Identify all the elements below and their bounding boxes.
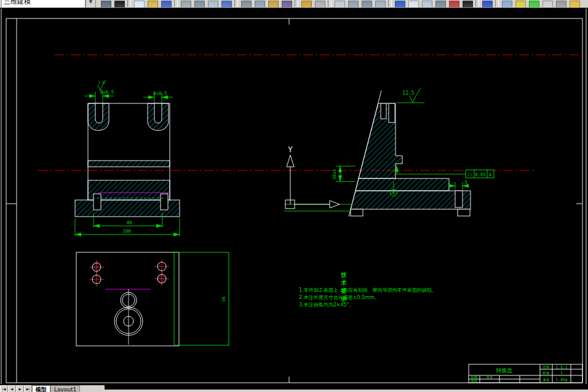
dimension-style-icon: [422, 1, 432, 8]
layer-properties-button[interactable]: [514, 0, 527, 7]
properties-icon: [570, 1, 580, 8]
roughness-left-label: 1.6: [98, 80, 105, 84]
plot-button[interactable]: [179, 0, 193, 7]
tab-model[interactable]: 模型: [32, 385, 50, 392]
open-file-icon: [148, 1, 158, 8]
table-button[interactable]: [407, 0, 420, 7]
base-plate-section: [351, 191, 471, 209]
dim-width-inner-label: 40: [126, 220, 132, 225]
copy-button[interactable]: [253, 0, 266, 7]
title-block[interactable]: 转换盘 比例 1.5:1 数量 1 重量 1.4kg 制图 某某 审核: [469, 364, 582, 383]
plot-icon: [181, 1, 191, 8]
clean-screen-icon: [114, 1, 125, 8]
tab-layout1[interactable]: Layout1: [50, 385, 80, 392]
pan-button[interactable]: [333, 0, 346, 7]
tab-nav-next-button[interactable]: ▶: [16, 385, 24, 392]
check-label: 审核: [471, 379, 479, 383]
tab-nav-prev-button[interactable]: ◀: [8, 385, 16, 392]
workspace-combo[interactable]: 三维建模: [1, 0, 85, 8]
toolbar-separator: [328, 0, 332, 7]
ucs-y-arrow: [287, 155, 294, 167]
paste-icon: [268, 1, 279, 8]
tab-nav-last-button[interactable]: ▶|: [24, 385, 32, 392]
zoom-realtime-icon: [348, 1, 359, 8]
front-view[interactable]: 8±0.5 8±0.5 1.6 40 100: [75, 80, 180, 236]
dim-slot-left-label: 8±0.5: [100, 89, 114, 95]
toolbar-separator: [388, 0, 392, 7]
color-control-icon: [529, 1, 539, 8]
toolbar-icons: [99, 0, 581, 8]
centerlines[interactable]: [38, 55, 582, 170]
dim-slot-depth-label: 5: [465, 180, 468, 185]
help-button[interactable]: [480, 0, 494, 7]
plan-view[interactable]: 56: [76, 252, 229, 346]
draw-name: 某某: [487, 375, 494, 379]
datum-label: A: [392, 190, 395, 196]
toolbar-separator: [495, 0, 499, 7]
pan-icon: [335, 1, 345, 8]
roughness-right-label: 12.5: [402, 90, 414, 96]
side-view[interactable]: // 0.05 A 12.5 16±1 5 A: [284, 88, 494, 217]
plate-slot: [455, 191, 463, 207]
publish-button[interactable]: [206, 0, 220, 7]
ucs-x-arrow: [330, 201, 340, 208]
save-button[interactable]: [159, 0, 173, 7]
new-file-button[interactable]: [132, 0, 146, 7]
sheet-set-button[interactable]: [434, 0, 447, 7]
tolerance-value: 0.05: [475, 172, 486, 177]
cad-canvas[interactable]: 8±0.5 8±0.5 1.6 40 100: [0, 0, 588, 392]
table-style-button[interactable]: [461, 0, 474, 7]
paste-button[interactable]: [266, 0, 280, 7]
open-file-button[interactable]: [146, 0, 159, 7]
dim-plan-height-label: 56: [221, 297, 226, 302]
text-style-button[interactable]: [393, 0, 407, 7]
zoom-window-icon: [362, 1, 372, 8]
tolerance-frame[interactable]: // 0.05 A: [466, 170, 494, 178]
copy-icon: [255, 1, 265, 8]
redo-icon: [315, 1, 325, 8]
toolbar-separator: [475, 0, 479, 7]
sheet-set-icon: [435, 1, 446, 8]
clean-screen-button[interactable]: [113, 0, 126, 7]
table-style-icon: [463, 1, 473, 8]
dim-height-step-label: 16±1: [332, 169, 337, 180]
markup-button[interactable]: [447, 0, 461, 7]
foot-left: [351, 209, 363, 216]
tslot-left: [93, 194, 101, 210]
qty-value: 1: [560, 370, 563, 375]
layers-button[interactable]: [500, 0, 514, 7]
cut-icon: [241, 1, 252, 8]
find-button[interactable]: [99, 0, 113, 7]
dimension-style-button[interactable]: [420, 0, 434, 7]
zoom-realtime-button[interactable]: [346, 0, 360, 7]
toolbar: 三维建模 ▼: [0, 0, 588, 8]
tech-req-item-1: 1.零件加工表面上，不应有划痕、擦伤等损伤零件表面的缺陷。: [299, 287, 437, 294]
hyperlink-button[interactable]: [220, 0, 233, 7]
zoom-window-button[interactable]: [360, 0, 373, 7]
color-control-button[interactable]: [527, 0, 541, 7]
scale-value: 1.5:1: [555, 365, 568, 370]
plan-dim-box: [174, 252, 229, 345]
mid-block-section: [356, 178, 449, 191]
combo-dropdown-arrow-icon[interactable]: ▼: [85, 0, 96, 8]
hole-bottom-right: [157, 274, 166, 283]
hyperlink-icon: [221, 1, 232, 8]
undo-button[interactable]: [300, 0, 313, 7]
tolerance-symbol: //: [467, 172, 472, 177]
tech-req-item-3: 3.未注倒角均为2×45°。: [299, 302, 437, 309]
properties-button[interactable]: [568, 0, 581, 7]
qty-label: 数量: [543, 371, 550, 375]
zoom-previous-button[interactable]: [373, 0, 387, 7]
tab-nav-first-button[interactable]: |◀: [0, 385, 8, 392]
linetype-button[interactable]: [541, 0, 554, 7]
new-file-icon: [134, 1, 145, 8]
lineweight-button[interactable]: [554, 0, 568, 7]
slot-right-bore: [154, 103, 162, 123]
redo-button[interactable]: [313, 0, 327, 7]
plot-preview-button[interactable]: [193, 0, 206, 7]
text-style-icon: [395, 1, 405, 8]
column-slot-2: [389, 103, 395, 122]
section-band: [88, 161, 170, 167]
match-properties-button[interactable]: [280, 0, 293, 7]
cut-button[interactable]: [239, 0, 253, 7]
